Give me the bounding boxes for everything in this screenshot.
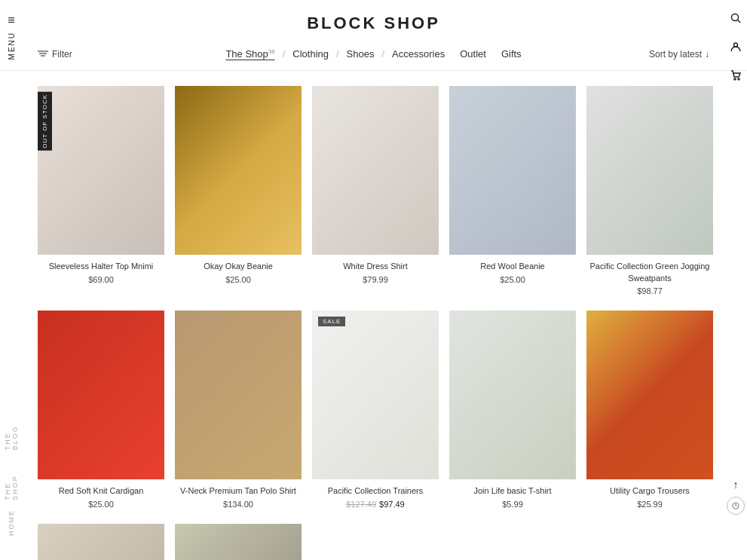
svg-line-1 (738, 20, 741, 23)
product-card[interactable]: White Dress Shirt $79.99 (312, 86, 439, 298)
product-info: Sleeveless Halter Top Mnimi $69.00 (38, 255, 164, 286)
product-price-sale: $97.49 (379, 500, 405, 509)
product-card[interactable]: Utility Cargo Trousers $25.99 (586, 311, 713, 511)
filter-icon (38, 49, 48, 60)
product-image (312, 86, 439, 255)
nav-links: The Shop36 / Clothing / Shoes / Accessor… (222, 47, 524, 61)
product-price: $25.00 (449, 275, 576, 284)
product-image: OUT OF STOCK (38, 86, 164, 255)
product-price: $25.99 (586, 500, 713, 509)
product-image (175, 311, 302, 479)
product-card[interactable]: Product 11 $45.00 (38, 524, 164, 561)
product-image: SALE (312, 311, 439, 479)
user-icon[interactable] (730, 41, 742, 56)
product-price-old: $127.49 (346, 500, 376, 509)
search-icon[interactable] (730, 12, 742, 27)
product-name: V-Neck Premium Tan Polo Shirt (175, 485, 302, 497)
sidebar-label-theshop[interactable]: The Shop (4, 459, 19, 500)
nav-link-outlet[interactable]: Outlet (457, 47, 489, 61)
sidebar-label-home[interactable]: Home (8, 510, 15, 536)
product-card[interactable]: Product 12 $65.00 (175, 524, 302, 561)
product-price: $127.49$97.49 (312, 500, 439, 509)
nav-link-clothing[interactable]: Clothing (289, 47, 332, 61)
product-name: Join Life basic T-shirt (449, 485, 576, 497)
product-price-value: $134.00 (223, 500, 253, 509)
product-price: $134.00 (175, 500, 302, 509)
product-price: $5.99 (449, 500, 576, 509)
product-image (449, 86, 576, 255)
product-image (38, 311, 164, 479)
product-name: Pacific Collection Trainers (312, 485, 439, 497)
menu-icon[interactable]: ≡ (8, 14, 14, 27)
product-info: Join Life basic T-shirt $5.99 (449, 479, 576, 511)
product-price-value: $5.99 (502, 500, 523, 509)
product-price-value: $98.77 (637, 286, 663, 295)
header: BLOCK SHOP (0, 0, 747, 41)
sort-label: Sort by latest (649, 49, 702, 60)
nav-bar: Filter The Shop36 / Clothing / Shoes / A… (0, 41, 747, 71)
cart-icon[interactable] (730, 69, 742, 84)
product-price-value: $25.00 (225, 275, 251, 284)
product-card[interactable]: Okay Okay Beanie $25.00 (175, 86, 302, 298)
sidebar-label-theblog[interactable]: The Blog (4, 409, 19, 450)
filter-button[interactable]: Filter (38, 49, 72, 60)
sort-button[interactable]: Sort by latest ↓ (649, 49, 709, 60)
product-image (586, 86, 713, 255)
product-card[interactable]: V-Neck Premium Tan Polo Shirt $134.00 (175, 311, 302, 511)
sidebar-bottom-left: The Blog The Shop Home (0, 409, 23, 560)
product-name: Pacific Collection Green Jogging Sweatpa… (586, 261, 713, 284)
product-info: Utility Cargo Trousers $25.99 (586, 479, 713, 511)
nav-link-gifts[interactable]: Gifts (498, 47, 525, 61)
menu-label[interactable]: Menu (8, 32, 16, 60)
product-info: Red Wool Beanie $25.00 (449, 255, 576, 286)
product-name: Sleeveless Halter Top Mnimi (38, 261, 164, 272)
product-name: Red Wool Beanie (449, 261, 576, 272)
sort-icon: ↓ (705, 49, 709, 60)
main-content: OUT OF STOCK Sleeveless Halter Top Mnimi… (0, 71, 747, 560)
product-info: V-Neck Premium Tan Polo Shirt $134.00 (175, 479, 302, 511)
product-grid: OUT OF STOCK Sleeveless Halter Top Mnimi… (38, 86, 713, 560)
filter-label: Filter (52, 49, 72, 60)
product-price-value: $25.00 (500, 275, 525, 284)
theshop-badge: 36 (268, 48, 275, 55)
product-name: White Dress Shirt (312, 261, 439, 272)
site-title: BLOCK SHOP (307, 14, 440, 33)
product-price: $98.77 (586, 286, 713, 295)
product-info: Pacific Collection Trainers $127.49$97.4… (312, 479, 439, 511)
product-price: $69.00 (38, 275, 164, 284)
product-image (449, 311, 576, 479)
product-card[interactable]: Red Soft Knit Cardigan $25.00 (38, 311, 164, 511)
product-card[interactable]: SALE Pacific Collection Trainers $127.49… (312, 311, 439, 511)
product-name: Red Soft Knit Cardigan (38, 485, 164, 497)
nav-link-accessories[interactable]: Accessories (389, 47, 448, 61)
product-card[interactable]: Pacific Collection Green Jogging Sweatpa… (586, 86, 713, 298)
product-info: Red Soft Knit Cardigan $25.00 (38, 479, 164, 511)
svg-point-3 (734, 78, 736, 80)
product-info: White Dress Shirt $79.99 (312, 255, 439, 286)
product-info: Okay Okay Beanie $25.00 (175, 255, 302, 286)
product-price: $25.00 (175, 275, 302, 284)
svg-point-4 (738, 78, 739, 80)
product-card[interactable]: Join Life basic T-shirt $5.99 (449, 311, 576, 511)
product-price-value: $69.00 (88, 275, 114, 284)
product-card[interactable]: Red Wool Beanie $25.00 (449, 86, 576, 298)
product-image (175, 524, 302, 561)
product-name: Okay Okay Beanie (175, 261, 302, 272)
product-price-value: $25.00 (88, 500, 114, 509)
product-info: Pacific Collection Green Jogging Sweatpa… (586, 255, 713, 298)
product-price: $25.00 (38, 500, 164, 509)
product-card[interactable]: OUT OF STOCK Sleeveless Halter Top Mnimi… (38, 86, 164, 298)
product-image (38, 524, 164, 561)
out-of-stock-badge: OUT OF STOCK (38, 92, 52, 151)
product-image (175, 86, 302, 255)
product-price-value: $25.99 (637, 500, 663, 509)
sale-badge: SALE (318, 317, 345, 326)
product-price: $79.99 (312, 275, 439, 284)
product-name: Utility Cargo Trousers (586, 485, 713, 497)
svg-point-0 (732, 14, 739, 21)
nav-link-shoes[interactable]: Shoes (344, 47, 378, 61)
sidebar-right (724, 0, 747, 560)
product-price-value: $79.99 (363, 275, 388, 284)
product-image (586, 311, 713, 479)
nav-link-theshop[interactable]: The Shop36 (222, 47, 277, 61)
